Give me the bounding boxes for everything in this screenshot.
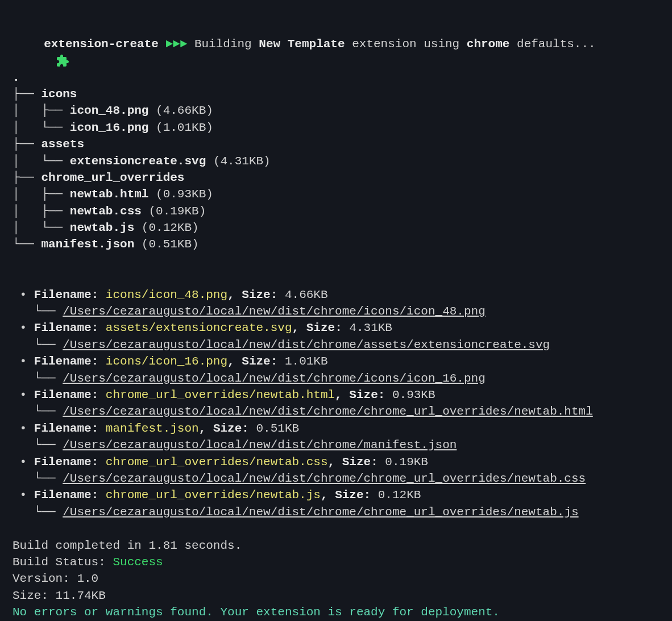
puzzle-icon [27, 37, 40, 51]
tree-node: │ └── extensioncreate.svg (4.31KB) [13, 153, 659, 169]
file-list: • Filename: icons/icon_48.png, Size: 4.6… [13, 287, 659, 520]
size-value: 1.01KB [285, 355, 328, 368]
tree-node: │ ├── newtab.css (0.19KB) [13, 203, 659, 220]
file-tree: ├── icons│ ├── icon_48.png (4.66KB)│ └──… [13, 86, 659, 253]
top-clipped-line [13, 2, 659, 19]
tree-node-name: assets [41, 138, 84, 151]
filename-label: Filename: [34, 388, 98, 401]
tree-node: ├── icons [13, 86, 659, 102]
file-path-line: └── /Users/cezaraugusto/local/new/dist/c… [13, 370, 659, 387]
file-path-line: └── /Users/cezaraugusto/local/new/dist/c… [13, 470, 659, 487]
filename-value: icons/icon_16.png [106, 355, 227, 368]
file-entry: • Filename: manifest.json, Size: 0.51KB [13, 420, 659, 437]
size-label: Size: [306, 321, 342, 334]
project-name: New Template [259, 38, 345, 51]
size-label: Size: [242, 288, 277, 301]
tree-node-name: manifest.json [41, 238, 134, 251]
tree-node: │ └── newtab.js (0.12KB) [13, 220, 659, 236]
tree-node: │ └── icon_16.png (1.01KB) [13, 119, 659, 136]
status-value: Success [113, 556, 163, 569]
file-entry: • Filename: icons/icon_16.png, Size: 1.0… [13, 353, 659, 370]
tool-name: extension-create [44, 38, 159, 51]
size-value: 0.12KB [378, 488, 421, 502]
filename-value: manifest.json [106, 422, 199, 435]
file-path: /Users/cezaraugusto/local/new/dist/chrom… [63, 438, 457, 452]
size-value: 0.93KB [392, 388, 435, 401]
file-entry: • Filename: icons/icon_48.png, Size: 4.6… [13, 287, 659, 303]
build-time: Build completed in 1.81 seconds. [13, 537, 659, 554]
filename-label: Filename: [34, 321, 98, 334]
middle-text: extension using [352, 38, 459, 51]
tree-node: │ ├── newtab.html (0.93KB) [13, 186, 659, 202]
file-entry: • Filename: chrome_url_overrides/newtab.… [13, 387, 659, 403]
file-path: /Users/cezaraugusto/local/new/dist/chrom… [63, 506, 578, 519]
filename-value: icons/icon_48.png [106, 288, 227, 301]
action-text: Building [194, 38, 252, 51]
size-label: Size: [342, 456, 378, 469]
file-path-line: └── /Users/cezaraugusto/local/new/dist/c… [13, 504, 659, 520]
tree-node-name: newtab.js [70, 221, 134, 234]
file-entry: • Filename: chrome_url_overrides/newtab.… [13, 454, 659, 470]
filename-value: chrome_url_overrides/newtab.js [106, 488, 321, 502]
arrows-icon: ►►► [165, 38, 187, 51]
filename-label: Filename: [34, 355, 98, 368]
tree-node-size: (4.66KB) [148, 104, 213, 117]
tree-node-name: chrome_url_overrides [41, 171, 184, 184]
tree-node: ├── assets [13, 136, 659, 152]
filename-label: Filename: [34, 456, 98, 469]
tree-node-size: (0.19KB) [142, 205, 206, 218]
ready-message: No errors or warnings found. Your extens… [13, 604, 659, 620]
filename-value: chrome_url_overrides/newtab.css [106, 456, 328, 469]
tree-node-name: icons [41, 88, 77, 101]
filename-value: assets/extensioncreate.svg [106, 321, 292, 334]
build-version: Version: 1.0 [13, 570, 659, 587]
build-size: Size: 11.74KB [13, 587, 659, 604]
tree-node-size: (0.51KB) [134, 238, 198, 251]
suffix-text: defaults... [517, 38, 596, 51]
file-path-line: └── /Users/cezaraugusto/local/new/dist/c… [13, 303, 659, 320]
tree-node-name: icon_16.png [70, 121, 149, 134]
tree-node-size: (0.12KB) [134, 221, 198, 234]
browser-name: chrome [467, 38, 510, 51]
size-label: Size: [335, 488, 371, 502]
file-entry: • Filename: assets/extensioncreate.svg, … [13, 320, 659, 336]
tree-node-name: newtab.html [70, 188, 149, 201]
size-value: 0.51KB [256, 422, 300, 435]
size-label: Size: [242, 355, 277, 368]
file-entry: • Filename: chrome_url_overrides/newtab.… [13, 487, 659, 503]
tree-node: │ ├── icon_48.png (4.66KB) [13, 102, 659, 119]
file-path: /Users/cezaraugusto/local/new/dist/chrom… [63, 305, 486, 318]
file-path: /Users/cezaraugusto/local/new/dist/chrom… [63, 338, 550, 351]
tree-root: . [13, 69, 659, 86]
size-label: Size: [349, 388, 385, 401]
size-label: Size: [213, 422, 249, 435]
file-path-line: └── /Users/cezaraugusto/local/new/dist/c… [13, 337, 659, 353]
size-value: 4.31KB [349, 321, 392, 334]
tree-node: └── manifest.json (0.51KB) [13, 236, 659, 252]
tree-node-name: extensioncreate.svg [70, 155, 206, 168]
tree-node-name: icon_48.png [70, 104, 149, 117]
filename-label: Filename: [34, 288, 98, 301]
tree-node-name: newtab.css [70, 205, 142, 218]
filename-value: chrome_url_overrides/newtab.html [106, 388, 335, 401]
filename-label: Filename: [34, 488, 98, 502]
file-path-line: └── /Users/cezaraugusto/local/new/dist/c… [13, 437, 659, 453]
file-path: /Users/cezaraugusto/local/new/dist/chrom… [63, 405, 593, 418]
file-path: /Users/cezaraugusto/local/new/dist/chrom… [63, 472, 586, 485]
build-status: Build Status: Success [13, 554, 659, 570]
filename-label: Filename: [34, 422, 98, 435]
tree-node-size: (4.31KB) [206, 155, 270, 168]
tree-node-size: (0.93KB) [148, 188, 213, 201]
file-path: /Users/cezaraugusto/local/new/dist/chrom… [63, 372, 486, 385]
size-value: 0.19KB [385, 456, 428, 469]
header-line: extension-create ►►► Building New Templa… [13, 19, 659, 52]
tree-node-size: (1.01KB) [148, 121, 213, 134]
size-value: 4.66KB [285, 288, 328, 301]
file-path-line: └── /Users/cezaraugusto/local/new/dist/c… [13, 403, 659, 420]
tree-node: ├── chrome_url_overrides [13, 169, 659, 186]
